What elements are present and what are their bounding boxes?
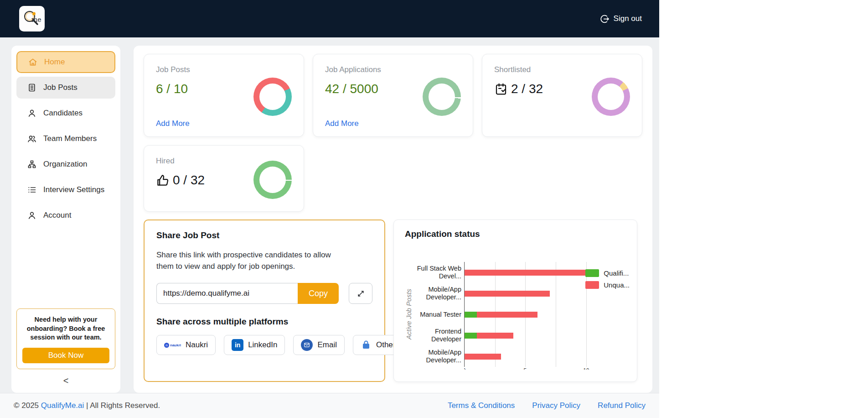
- chart-plot: [464, 262, 597, 367]
- brand-link[interactable]: QualifyMe.ai: [41, 401, 84, 410]
- add-more-link[interactable]: Add More: [156, 119, 190, 128]
- sidebar: Home Job Posts Candidates Team Members: [11, 46, 120, 393]
- chart-bar-segment: [477, 333, 513, 339]
- stat-card-hired: Hired 0 / 32: [144, 145, 304, 212]
- sidebar-item-label: Account: [43, 211, 71, 220]
- stat-card-shortlisted: Shortlisted 2 / 32: [482, 54, 642, 137]
- add-more-link[interactable]: Add More: [325, 119, 381, 128]
- chart-category-label: Frontend Developer: [415, 325, 464, 346]
- job-posts-icon: [27, 83, 36, 92]
- stats-row: Job Posts 6 / 10 Add More Job Applicatio…: [144, 54, 642, 137]
- stat-value: 0 / 32: [173, 173, 205, 188]
- terms-link[interactable]: Terms & Conditions: [448, 401, 515, 410]
- logout-icon: [600, 14, 610, 24]
- share-link-input[interactable]: [156, 283, 298, 304]
- sidebar-collapse-button[interactable]: <: [16, 376, 115, 386]
- application-status-card: Application status Active Job Posts Full…: [393, 219, 637, 382]
- footer: © 2025 QualifyMe.ai | All Rights Reserve…: [0, 393, 659, 418]
- sidebar-item-label: Home: [44, 57, 65, 67]
- footer-links: Terms & Conditions Privacy Policy Refund…: [448, 401, 646, 410]
- stat-value: 42 / 5000: [325, 82, 381, 96]
- job-applications-donut: [423, 78, 461, 116]
- platform-buttons-row: nnaukri Naukri in LinkedIn Email: [156, 335, 372, 355]
- thumbs-up-icon: [156, 173, 170, 187]
- linkedin-icon: in: [232, 339, 243, 351]
- chart-y-axis-label: Active Job Posts: [405, 262, 415, 367]
- share-job-post-card: Share Job Post Share this link with pros…: [144, 219, 385, 382]
- chart-bar-row: [465, 262, 597, 283]
- sidebar-item-interview-settings[interactable]: Interview Settings: [16, 179, 115, 201]
- chart-bar-row: [465, 346, 597, 367]
- bottom-row: Share Job Post Share this link with pros…: [144, 219, 642, 382]
- chart-bar-row: [465, 325, 597, 346]
- logo-me-text: me: [31, 16, 41, 23]
- chart-category-label: Mobile/App Developer...: [415, 346, 464, 367]
- sidebar-item-label: Interview Settings: [43, 185, 104, 194]
- chart-bar-row: [465, 304, 597, 325]
- sign-out-button[interactable]: Sign out: [600, 14, 642, 24]
- sidebar-item-candidates[interactable]: Candidates: [16, 102, 115, 124]
- person-icon: [27, 109, 36, 118]
- shortlisted-donut: [592, 78, 630, 116]
- people-icon: [27, 134, 36, 143]
- chart-category-label: Mobile/App Developer...: [415, 283, 464, 304]
- sidebar-item-label: Candidates: [43, 109, 83, 118]
- copy-button[interactable]: Copy: [298, 283, 339, 304]
- main-panel: Job Posts 6 / 10 Add More Job Applicatio…: [134, 46, 652, 393]
- chart-bar-segment: [465, 354, 501, 360]
- privacy-link[interactable]: Privacy Policy: [532, 401, 580, 410]
- refund-link[interactable]: Refund Policy: [598, 401, 646, 410]
- chart-bar-segment: [465, 312, 477, 318]
- expand-icon: [357, 290, 365, 298]
- sidebar-item-label: Organization: [43, 160, 87, 169]
- share-linkedin-button[interactable]: in LinkedIn: [224, 335, 285, 355]
- share-email-button[interactable]: Email: [293, 335, 345, 355]
- sidebar-item-job-posts[interactable]: Job Posts: [16, 77, 115, 99]
- sign-out-label: Sign out: [614, 14, 642, 23]
- legend-swatch-qualified: [585, 269, 599, 277]
- chart-x-tick-label: 5: [524, 367, 527, 370]
- home-icon: [28, 57, 37, 67]
- share-card-title: Share Job Post: [156, 230, 372, 240]
- navbar: me Sign out: [0, 0, 659, 37]
- book-now-button[interactable]: Book Now: [22, 348, 109, 363]
- legend-item-qualified: Qualifi...: [585, 269, 630, 277]
- job-posts-donut: [253, 78, 292, 116]
- sidebar-item-account[interactable]: Account: [16, 204, 115, 226]
- share-description: Share this link with prospective candida…: [156, 250, 348, 272]
- list-settings-icon: [27, 185, 36, 194]
- expand-button[interactable]: [349, 283, 372, 304]
- app-root: me Sign out Home Job P: [0, 0, 659, 418]
- legend-swatch-unqualified: [585, 281, 599, 289]
- chart-legend: Qualifi... Unqua...: [585, 269, 630, 289]
- email-icon: [301, 339, 313, 351]
- qualifyme-logo[interactable]: me: [19, 6, 45, 31]
- onboarding-help-box: Need help with your onboarding? Book a f…: [16, 308, 115, 369]
- chart-category-label: Full Stack Web Devel...: [415, 262, 464, 283]
- stat-value: 6 / 10: [156, 82, 190, 96]
- chart-category-labels: Full Stack Web Devel...Mobile/App Develo…: [415, 262, 464, 370]
- sidebar-item-home[interactable]: Home: [16, 51, 115, 73]
- sidebar-item-organization[interactable]: Organization: [16, 153, 115, 175]
- help-text: Need help with your onboarding? Book a f…: [22, 315, 109, 342]
- share-link-row: Copy: [156, 283, 372, 304]
- chart-plot-wrap: 0510: [464, 262, 597, 370]
- stat-title: Job Applications: [325, 65, 381, 74]
- share-naukri-button[interactable]: nnaukri Naukri: [156, 335, 216, 355]
- naukri-icon: nnaukri: [164, 343, 181, 348]
- content-area: Home Job Posts Candidates Team Members: [0, 37, 659, 393]
- account-icon: [27, 211, 36, 220]
- chart-x-tick-label: 10: [583, 367, 589, 370]
- sidebar-item-label: Team Members: [43, 134, 97, 143]
- sidebar-item-label: Job Posts: [43, 83, 78, 92]
- legend-item-unqualified: Unqua...: [585, 281, 630, 289]
- copyright: © 2025 QualifyMe.ai | All Rights Reserve…: [14, 401, 160, 410]
- chart-bar-segment: [465, 333, 477, 339]
- chart-x-ticks: 0510: [464, 367, 597, 370]
- sidebar-item-team-members[interactable]: Team Members: [16, 128, 115, 150]
- org-chart-icon: [27, 160, 36, 169]
- stat-card-job-posts: Job Posts 6 / 10 Add More: [144, 54, 304, 137]
- chart-title: Application status: [405, 229, 626, 239]
- chart-bar-segment: [465, 270, 586, 276]
- hired-donut: [253, 161, 292, 199]
